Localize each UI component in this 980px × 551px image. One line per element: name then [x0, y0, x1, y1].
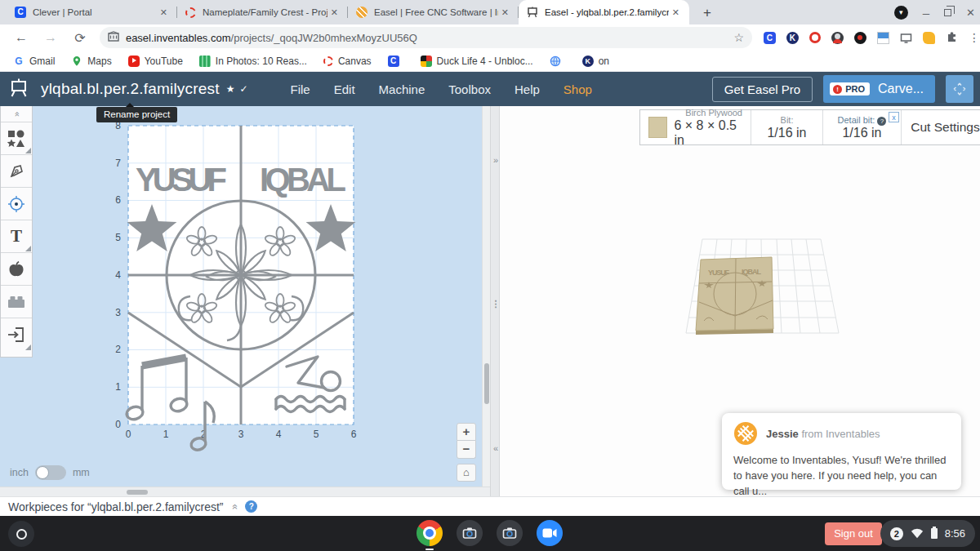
clever-extension-icon[interactable]: C	[764, 32, 776, 44]
new-tab-button[interactable]: +	[697, 5, 717, 21]
detail-bit-value: 1/16 in	[842, 126, 881, 140]
detail-bit-cell[interactable]: Detail bit:? 1/16 in x	[823, 110, 902, 144]
address-bar[interactable]: easel.inventables.com/projects/_qoqJW2b0…	[100, 27, 752, 48]
import-tool[interactable]	[1, 318, 32, 351]
drill-origin-tool[interactable]	[1, 188, 32, 220]
workpieces-collapse-icon[interactable]: »	[229, 504, 240, 509]
url-text[interactable]: easel.inventables.com/projects/_qoqJW2b0…	[126, 32, 734, 44]
material-swatch	[648, 117, 667, 138]
chrome-app-icon[interactable]	[416, 520, 443, 546]
back-button[interactable]: ←	[13, 30, 29, 45]
video-call-app-icon[interactable]	[537, 520, 563, 546]
bookmark-gmail[interactable]: GGmail	[13, 56, 55, 67]
minimize-button[interactable]: –	[923, 6, 929, 20]
bookmark-photos[interactable]: In Photos: 10 Reas...	[199, 56, 307, 67]
browser-menu-icon[interactable]: ⋮	[969, 31, 980, 44]
detail-bit-close[interactable]: x	[889, 112, 899, 122]
cut-settings-label: Cut Settings	[911, 120, 979, 135]
zoom-home-button[interactable]: ⌂	[457, 464, 476, 482]
zoom-out-button[interactable]: −	[457, 441, 476, 459]
svg-text:6: 6	[351, 429, 357, 440]
restore-button[interactable]	[944, 9, 951, 16]
palette-collapse-button[interactable]: »	[1, 106, 32, 122]
easel-dark-icon	[527, 7, 538, 18]
text-tool[interactable]: T	[1, 220, 32, 253]
chat-notification[interactable]: Jessie from Inventables Welcome to Inven…	[722, 413, 961, 490]
tab-close-icon[interactable]: ✕	[327, 6, 341, 20]
image-extension-icon[interactable]	[877, 32, 889, 44]
close-window-button[interactable]: ✕	[966, 7, 975, 19]
menu-help[interactable]: Help	[514, 82, 540, 96]
tab-close-icon[interactable]: ✕	[498, 6, 512, 20]
workpieces-help-icon[interactable]: ?	[245, 500, 257, 513]
preview-panel: Birch Plywood 6 × 8 × 0.5 in Bit: 1/16 i…	[500, 106, 980, 496]
bookmark-youtube[interactable]: YouTube	[128, 56, 183, 67]
get-easel-pro-button[interactable]: Get Easel Pro	[712, 77, 813, 102]
project-title[interactable]: ylqbal.bl.per.2.familycrest	[41, 80, 220, 98]
menu-toolbox[interactable]: Toolbox	[448, 82, 491, 96]
text-tool-icon: T	[11, 226, 22, 247]
svg-text:0: 0	[115, 419, 121, 430]
zoom-in-button[interactable]: +	[457, 423, 476, 441]
bookmark-c[interactable]: C	[388, 56, 404, 67]
material-cell[interactable]: Birch Plywood 6 × 8 × 0.5 in	[640, 110, 751, 144]
detail-bit-help-icon[interactable]: ?	[877, 117, 886, 126]
pen-tool[interactable]	[1, 155, 32, 188]
svg-text:3: 3	[115, 307, 121, 318]
workpieces-label[interactable]: Workpieces for “ylqbal.bl.per.2.familycr…	[8, 500, 224, 513]
camera-app-icon-2[interactable]	[497, 520, 523, 546]
caret-menu-icon[interactable]: ▾	[894, 6, 908, 20]
bit-cell[interactable]: Bit: 1/16 in	[751, 110, 823, 144]
workpieces-bar: Workpieces for “ylqbal.bl.per.2.familycr…	[0, 496, 980, 516]
fullscreen-button[interactable]	[946, 75, 973, 103]
unit-switch-knob[interactable]	[36, 466, 49, 479]
hand-extension-icon[interactable]	[923, 32, 935, 44]
tab-close-icon[interactable]: ✕	[669, 6, 683, 20]
tab-clever[interactable]: C Clever | Portal ✕	[7, 0, 177, 24]
favorite-star-icon[interactable]: ★	[226, 83, 235, 95]
o-extension-icon[interactable]	[809, 32, 821, 43]
vscrollbar-thumb[interactable]	[484, 363, 489, 404]
lego-brick-tool[interactable]	[1, 286, 32, 318]
menu-edit[interactable]: Edit	[334, 82, 355, 96]
bookmark-maps[interactable]: Maps	[71, 56, 111, 67]
panel-divider[interactable]: » ⋮ «	[490, 106, 500, 496]
bookmark-canvas[interactable]: Canvas	[323, 56, 372, 67]
puzzle-extension-icon[interactable]	[946, 32, 958, 44]
preview-3d[interactable]: YUSUF IQBAL	[653, 216, 849, 347]
bookmark-ducklife[interactable]: Duck Life 4 - Unbloc...	[421, 56, 533, 67]
k-extension-icon[interactable]: K	[786, 32, 799, 44]
reload-button[interactable]: ⟳	[72, 30, 88, 46]
camera-app-icon[interactable]	[457, 520, 483, 546]
unit-switch[interactable]	[35, 465, 66, 480]
menu-file[interactable]: File	[291, 82, 310, 96]
site-info-icon[interactable]	[108, 30, 119, 45]
design-canvas[interactable]: 87 65 43 21 0 01 23 45 6 YUSUF IQBAL	[0, 106, 482, 487]
forward-button[interactable]: →	[42, 30, 59, 45]
monitor-extension-icon[interactable]	[900, 32, 912, 44]
sign-out-button[interactable]: Sign out	[825, 522, 882, 545]
youtube-icon	[128, 56, 140, 67]
cut-settings-cell[interactable]: Cut Settings	[902, 110, 980, 144]
c-square-icon: C	[388, 56, 399, 67]
tab-close-icon[interactable]: ✕	[157, 6, 171, 20]
tab-nameplate[interactable]: Nameplate/Family Crest - Projec ✕	[177, 0, 348, 24]
shapes-tool[interactable]	[1, 122, 32, 155]
target-extension-icon[interactable]	[854, 32, 866, 44]
launcher-button[interactable]	[8, 521, 34, 547]
apps-apple-tool[interactable]	[1, 253, 32, 286]
canvas-vscrollbar[interactable]	[482, 106, 490, 487]
menu-machine[interactable]: Machine	[379, 82, 425, 96]
bookmark-on[interactable]: Kon	[582, 56, 609, 67]
bookmark-globe[interactable]	[550, 56, 566, 67]
launcher-icon	[16, 529, 27, 540]
tab-easel-home[interactable]: Easel | Free CNC Software | Inve ✕	[348, 0, 519, 24]
tab-easel-project[interactable]: Easel - ylqbal.bl.per.2.familycres ✕	[519, 0, 689, 24]
bookmark-star-icon[interactable]: ☆	[733, 31, 744, 44]
carve-button[interactable]: !PRO Carve...	[823, 75, 935, 103]
status-tray[interactable]: 2 8:56	[880, 520, 975, 547]
canvas-hscrollbar[interactable]	[0, 487, 490, 496]
hscrollbar-thumb[interactable]	[127, 490, 148, 495]
menu-shop[interactable]: Shop	[564, 82, 592, 96]
person-extension-icon[interactable]	[831, 32, 844, 44]
